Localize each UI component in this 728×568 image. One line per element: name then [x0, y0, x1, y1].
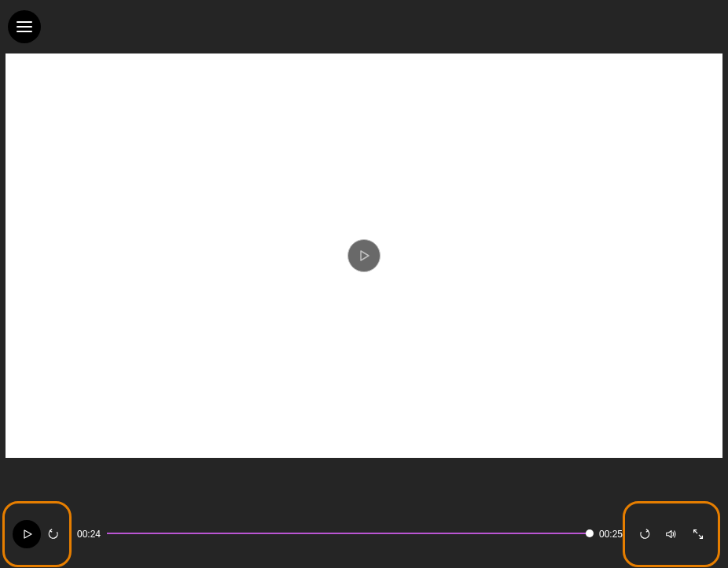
forward-icon — [638, 527, 652, 541]
progress-track — [107, 533, 590, 534]
progress-thumb[interactable] — [586, 529, 594, 537]
video-area — [6, 53, 722, 458]
menu-button[interactable] — [8, 10, 41, 43]
fullscreen-icon — [691, 527, 705, 541]
hamburger-line — [17, 26, 32, 28]
right-controls-group — [623, 501, 720, 567]
volume-button[interactable] — [664, 526, 679, 542]
header — [0, 0, 728, 53]
play-button[interactable] — [13, 520, 41, 548]
volume-icon — [664, 527, 678, 541]
left-controls-group — [2, 501, 72, 567]
rewind-button[interactable] — [46, 526, 61, 542]
hamburger-line — [17, 21, 32, 23]
controls-bar: 00:24 00:25 — [0, 501, 728, 568]
hamburger-line — [17, 31, 32, 32]
forward-button[interactable] — [637, 526, 653, 542]
progress-bar[interactable] — [107, 533, 590, 536]
rewind-icon — [46, 527, 61, 541]
play-icon — [22, 529, 33, 540]
play-icon — [358, 249, 371, 262]
current-time: 00:24 — [77, 529, 101, 540]
total-time: 00:25 — [599, 529, 623, 540]
center-play-button[interactable] — [347, 239, 381, 272]
fullscreen-button[interactable] — [690, 526, 706, 542]
